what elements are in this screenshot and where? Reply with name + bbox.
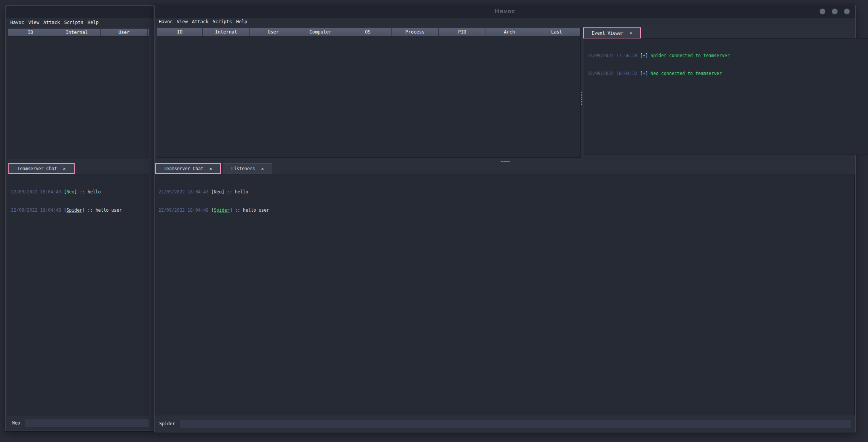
menubar: Havoc View Attack Scripts Help [6,18,153,27]
titlebar[interactable] [6,6,153,18]
menu-help[interactable]: Help [87,19,99,26]
close-icon[interactable]: ✕ [630,31,632,35]
tab-event-viewer-label: Event Viewer [592,30,623,36]
chat-input-row: Spider [155,415,855,432]
chat-message: 22/09/2022 18:04:48 [Spider] :: hello us… [158,207,851,213]
close-window-button[interactable] [844,8,850,14]
column-header-pid[interactable]: PID [439,28,486,36]
menubar: Havoc View Attack Scripts Help [155,18,855,26]
column-header-computer[interactable]: Computer [297,28,344,36]
teamserver-chat-log[interactable]: 22/09/2022 18:04:43 [Neo] :: hello 22/09… [155,174,855,415]
havoc-window-spider: Havoc Havoc View Attack Scripts Help ID … [154,5,856,432]
chat-username-label: Neo [12,420,20,426]
chat-username: Neo [66,189,74,195]
menu-attack[interactable]: Attack [192,19,209,25]
menu-view[interactable]: View [176,19,188,25]
teamserver-chat-log[interactable]: 22/09/2022 18:04:43 [Neo] :: hello 22/09… [8,174,149,416]
vertical-splitter-handle[interactable] [581,92,582,93]
sessions-table-pane: ID Internal User Computer OS Process PID… [157,28,581,158]
column-header-arch[interactable]: Arch [486,28,533,36]
chat-username: Spider [66,207,82,213]
tab-teamserver-chat-label: Teamserver Chat [164,166,203,171]
sessions-table-header: ID Internal User Computer OS Process PID… [8,29,149,37]
menu-help[interactable]: Help [236,19,248,25]
sessions-table-body[interactable] [8,37,149,159]
havoc-window-neo: Havoc View Attack Scripts Help ID Intern… [5,5,154,431]
close-icon[interactable]: ✕ [63,166,66,171]
chat-message: 22/09/2022 18:04:48 [Spider] :: hello us… [11,207,146,213]
titlebar[interactable]: Havoc [155,5,855,18]
chat-message-input[interactable] [25,418,149,428]
chat-message: 22/09/2022 18:04:43 [Neo] :: hello [11,189,146,195]
close-icon[interactable]: ✕ [261,166,264,171]
menu-havoc[interactable]: Havoc [10,19,24,26]
column-header-os[interactable]: OS [344,28,392,36]
column-header-process[interactable]: Process [392,28,439,36]
chat-username-label: Spider [159,421,175,426]
event-viewer-log[interactable]: 22/09/2022 17:56:34 [+] Spider connected… [584,38,868,155]
horizontal-splitter-handle[interactable] [501,161,502,162]
chat-message: 22/09/2022 18:04:43 [Neo] :: hello [158,189,851,195]
column-header-internal[interactable]: Internal [203,28,250,36]
tab-teamserver-chat[interactable]: Teamserver Chat ✕ [155,163,221,174]
column-header-last[interactable]: Last [533,28,580,36]
menu-attack[interactable]: Attack [43,19,60,26]
column-header-computer[interactable]: Computer [148,29,149,36]
tab-teamserver-chat-label: Teamserver Chat [17,166,57,171]
sessions-table-body[interactable] [157,36,580,157]
column-header-user[interactable]: User [101,29,148,36]
menu-scripts[interactable]: Scripts [64,19,84,26]
menu-havoc[interactable]: Havoc [158,19,173,25]
close-icon[interactable]: ✕ [209,166,212,171]
minimize-button[interactable] [820,8,825,14]
sessions-table-header: ID Internal User Computer OS Process PID… [157,28,580,36]
menu-scripts[interactable]: Scripts [212,19,232,25]
chat-message-input[interactable] [180,419,851,428]
column-header-id[interactable]: ID [8,29,53,36]
sessions-table-pane: ID Internal User Computer OS Process PID… [8,28,149,159]
event-message: 22/09/2022 18:04:32 [+] Neo connected to… [587,71,868,77]
menu-view[interactable]: View [28,19,40,26]
window-controls [820,8,850,14]
tab-listeners-label: Listeners [231,166,255,171]
chat-input-row: Neo [6,415,153,431]
column-header-user[interactable]: User [250,28,297,36]
chat-username: Spider [214,207,230,213]
chat-username: Neo [214,189,222,195]
event-message: 22/09/2022 17:56:34 [+] Spider connected… [587,53,868,59]
tab-event-viewer[interactable]: Event Viewer ✕ [583,27,641,38]
window-title: Havoc [494,8,515,15]
maximize-button[interactable] [832,8,838,14]
tab-listeners[interactable]: Listeners ✕ [223,163,272,174]
tab-teamserver-chat[interactable]: Teamserver Chat ✕ [8,163,75,174]
column-header-internal[interactable]: Internal [53,29,101,36]
column-header-id[interactable]: ID [157,28,203,36]
